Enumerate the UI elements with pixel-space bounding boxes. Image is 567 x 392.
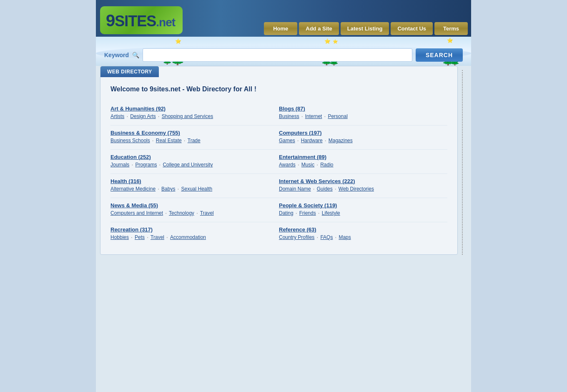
cat-link-entertainment-0[interactable]: Awards [279,162,296,168]
category-title-business-economy[interactable]: Business & Economy (755) [110,130,275,136]
keyword-label: Keyword [104,52,129,58]
category-title-blogs[interactable]: Blogs (87) [279,106,443,112]
cat-link-entertainment-2[interactable]: Radio [320,162,333,168]
category-links-education: Journals · Programs · College and Univer… [110,162,275,168]
category-title-people-society[interactable]: People & Society (119) [279,202,443,209]
category-title-internet-web[interactable]: Internet & Web Services (222) [279,178,443,184]
category-item-entertainment: Entertainment (89)Awards · Music · Radio [279,150,447,174]
cat-sep: · [195,210,199,216]
cat-link-health-1[interactable]: Babys [161,186,175,192]
cat-sep: · [146,234,150,240]
cat-sep: · [156,186,161,192]
cat-link-recreation-0[interactable]: Hobbies [110,234,129,240]
cat-link-internet-web-2[interactable]: Web Directories [339,186,374,192]
cat-sep: · [315,234,319,240]
star-decoration-1: ⭐ [175,38,181,44]
logo-area: 9SITES.net [100,6,183,34]
cat-link-internet-web-0[interactable]: Domain Name [279,186,311,192]
cat-link-news-media-1[interactable]: Technology [169,210,194,216]
cat-link-business-economy-2[interactable]: Trade [188,138,201,143]
search-button[interactable]: SEARCH [416,48,463,62]
cat-link-reference-1[interactable]: FAQs [320,234,333,240]
cat-link-art-humanities-1[interactable]: Design Arts [130,113,156,119]
cat-link-blogs-1[interactable]: Internet [305,113,322,119]
category-links-reference: Country Profiles · FAQs · Maps [279,234,443,240]
cat-link-internet-web-1[interactable]: Guides [317,186,333,192]
cat-link-education-1[interactable]: Programs [135,162,157,168]
panel-header: WEB DIRECTORY [100,66,457,77]
category-title-computers[interactable]: Computers (197) [279,130,443,136]
nav-contact-us[interactable]: Contact Us [391,22,433,35]
cat-sep: · [334,186,338,192]
category-item-internet-web: Internet & Web Services (222)Domain Name… [279,174,447,198]
cat-link-computers-2[interactable]: Magazines [329,138,353,143]
cat-sep: · [294,210,299,216]
cat-link-computers-0[interactable]: Games [279,138,295,143]
cat-link-recreation-2[interactable]: Travel [151,234,164,240]
cat-link-business-economy-0[interactable]: Business Schools [110,138,150,143]
cat-link-art-humanities-2[interactable]: Shopping and Services [162,113,213,119]
cat-sep: · [317,210,321,216]
cat-sep: · [183,138,187,143]
category-title-health[interactable]: Health (316) [110,178,275,184]
category-title-education[interactable]: Education (252) [110,154,275,160]
search-input[interactable] [143,48,412,62]
category-item-computers: Computers (197)Games · Hardware · Magazi… [279,126,447,150]
cat-sep: · [296,162,301,168]
cat-sep: · [300,113,304,119]
cat-sep: · [324,138,328,143]
cat-link-art-humanities-0[interactable]: Artists [110,113,124,119]
category-title-news-media[interactable]: News & Media (55) [110,202,275,209]
category-links-people-society: Dating · Friends · Lifestyle [279,210,443,216]
cat-link-blogs-2[interactable]: Personal [328,113,347,119]
search-icon: 🔍 [132,52,139,58]
cat-sep: · [312,186,316,192]
category-title-reference[interactable]: Reference (63) [279,226,443,233]
cat-link-recreation-3[interactable]: Accommodation [170,234,206,240]
cat-link-entertainment-1[interactable]: Music [301,162,314,168]
panel-body: Welcome to 9sites.net - Web Directory fo… [100,77,457,254]
categories-grid: Art & Humanities (92)Artists · Design Ar… [110,101,447,246]
right-sidebar [462,70,467,255]
star-decoration-2: ⭐ [324,38,331,44]
cat-link-people-society-1[interactable]: Friends [299,210,316,216]
cat-link-people-society-0[interactable]: Dating [279,210,294,216]
cat-link-education-2[interactable]: College and University [163,162,213,168]
cat-link-health-0[interactable]: Alternative Medicine [110,186,156,192]
nav-bar: Home Add a Site Latest Listing Contact U… [264,22,471,37]
cat-link-education-0[interactable]: Journals [110,162,129,168]
category-item-health: Health (316)Alternative Medicine · Babys… [110,174,279,198]
cat-sep: · [165,234,169,240]
cat-link-health-2[interactable]: Sexual Health [181,186,212,192]
panel-tab: WEB DIRECTORY [100,66,159,77]
category-title-recreation[interactable]: Recreation (317) [110,226,275,233]
cat-sep: · [157,113,161,119]
category-item-recreation: Recreation (317)Hobbies · Pets · Travel … [110,222,279,246]
category-links-computers: Games · Hardware · Magazines [279,138,443,143]
logo-text: 9SITES.net [106,13,175,30]
cat-link-people-society-2[interactable]: Lifestyle [322,210,340,216]
category-links-recreation: Hobbies · Pets · Travel · Accommodation [110,234,275,240]
category-links-news-media: Computers and Internet · Technology · Tr… [110,210,275,216]
logo-box[interactable]: 9SITES.net [100,6,183,34]
nav-latest-listing[interactable]: Latest Listing [341,22,389,35]
cat-link-news-media-2[interactable]: Travel [200,210,214,216]
nav-home[interactable]: Home [264,22,297,35]
category-title-art-humanities[interactable]: Art & Humanities (92) [110,106,275,112]
category-item-art-humanities: Art & Humanities (92)Artists · Design Ar… [110,101,279,126]
nav-add-site[interactable]: Add a Site [299,22,339,35]
cat-link-computers-1[interactable]: Hardware [301,138,323,143]
cat-link-reference-0[interactable]: Country Profiles [279,234,314,240]
category-links-health: Alternative Medicine · Babys · Sexual He… [110,186,275,192]
cat-link-reference-2[interactable]: Maps [339,234,351,240]
cat-sep: · [130,162,134,168]
nav-terms[interactable]: Terms [434,22,468,35]
cat-link-news-media-0[interactable]: Computers and Internet [110,210,163,216]
category-title-entertainment[interactable]: Entertainment (89) [279,154,443,160]
cat-link-recreation-1[interactable]: Pets [135,234,145,240]
cat-link-business-economy-1[interactable]: Real Estate [156,138,182,143]
category-item-education: Education (252)Journals · Programs · Col… [110,150,279,174]
cat-link-blogs-0[interactable]: Business [279,113,299,119]
cat-sep: · [151,138,155,143]
search-area: 🌲 🌲 ⭐ 🌲 🌲 ⭐ ⭐ 🌲 🌲 ⭐ Keyword 🔍 SEARCH [96,37,471,66]
